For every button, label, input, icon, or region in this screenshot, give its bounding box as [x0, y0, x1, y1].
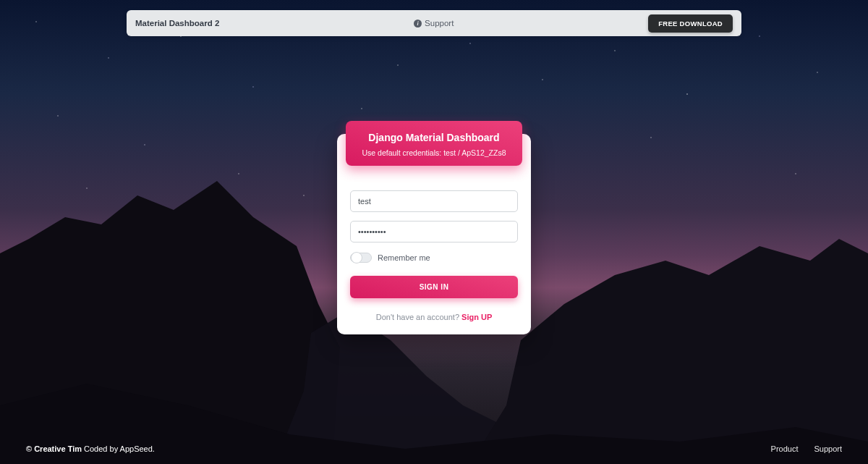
- username-input[interactable]: [350, 190, 518, 212]
- signin-form: Remember me SIGN IN Don't have an accoun…: [350, 190, 518, 321]
- card-subtitle: Use default credentials: test / ApS12_ZZ…: [353, 148, 515, 157]
- footer: © Creative Tim Coded by AppSeed. Product…: [0, 434, 868, 464]
- remember-me-row: Remember me: [350, 253, 518, 263]
- signin-card-header: Django Material Dashboard Use default cr…: [346, 121, 522, 166]
- signin-button[interactable]: SIGN IN: [350, 276, 518, 298]
- signup-link[interactable]: Sign UP: [461, 313, 492, 321]
- footer-copyright-bold: © Creative Tim: [26, 444, 82, 453]
- footer-links: Product Support: [771, 444, 842, 453]
- signup-prompt: Don't have an account?: [376, 313, 461, 321]
- signup-row: Don't have an account? Sign UP: [350, 313, 518, 321]
- footer-link-product[interactable]: Product: [771, 444, 799, 453]
- nav-support-link[interactable]: i Support: [219, 19, 648, 28]
- remember-me-toggle[interactable]: [350, 253, 372, 263]
- password-input[interactable]: [350, 221, 518, 242]
- signin-card: Django Material Dashboard Use default cr…: [337, 134, 531, 334]
- nav-support-label: Support: [425, 19, 454, 28]
- card-title: Django Material Dashboard: [353, 131, 515, 144]
- info-icon: i: [414, 20, 422, 28]
- remember-me-label: Remember me: [378, 253, 430, 262]
- footer-copyright: © Creative Tim Coded by AppSeed.: [26, 444, 155, 453]
- top-navbar: Material Dashboard 2 i Support FREE DOWN…: [127, 10, 741, 36]
- footer-copyright-rest: Coded by AppSeed.: [82, 444, 155, 453]
- brand-title[interactable]: Material Dashboard 2: [135, 19, 219, 28]
- free-download-button[interactable]: FREE DOWNLOAD: [648, 14, 733, 33]
- footer-link-support[interactable]: Support: [814, 444, 842, 453]
